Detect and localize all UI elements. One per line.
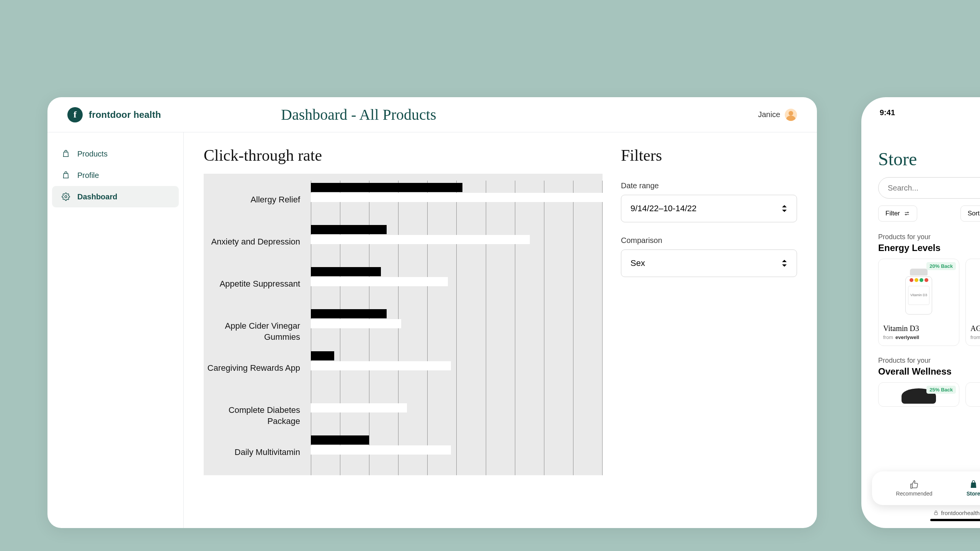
date-range-label: Date range [621, 181, 797, 190]
bars-zone [311, 349, 603, 391]
chart-row: Caregiving Rewards App [204, 349, 603, 391]
product-card[interactable]: 25% Back [878, 382, 959, 407]
thumb-icon [910, 480, 919, 489]
bag-icon [969, 480, 978, 489]
svg-rect-6 [934, 512, 938, 515]
home-indicator[interactable] [930, 519, 980, 521]
ctr-bar-chart: Allergy ReliefAnxiety and DepressionAppe… [204, 174, 603, 475]
gear-icon [61, 192, 70, 201]
bag-icon [61, 149, 70, 158]
bars-zone [311, 433, 603, 475]
product-card[interactable]: 25% Back [965, 382, 980, 407]
lock-icon [933, 510, 939, 515]
bar-series-b [311, 277, 448, 286]
user-chip[interactable]: Janice [758, 109, 797, 121]
comparison-select[interactable]: Sex [621, 249, 797, 277]
sidebar-item-label: Dashboard [77, 192, 117, 201]
bar-series-b [311, 193, 603, 202]
chart-row: Allergy Relief [204, 174, 603, 223]
tab-label: Recommended [896, 491, 933, 497]
section-title: Energy Levels [878, 243, 980, 253]
bars-zone [311, 181, 603, 223]
filters-pane: Filters Date range 9/14/22–10-14/22 Comp… [621, 146, 797, 528]
bar-series-a [311, 435, 369, 445]
bars-zone [311, 307, 603, 349]
chart-category-label: Daily Multivitamin [204, 433, 311, 458]
bar-series-a [311, 267, 381, 276]
bars-zone [311, 223, 603, 265]
status-bar: 9:41 [867, 103, 980, 122]
sort-icon [781, 205, 787, 212]
sort-icon [781, 260, 787, 267]
filter-label: Filter [885, 210, 900, 217]
product-brand: fromeverlywell [883, 334, 954, 340]
search-bar[interactable] [878, 177, 980, 199]
product-name: Vitamin D3 [883, 324, 954, 333]
url-bar[interactable]: frontdoorhealth.com [872, 507, 980, 519]
chart-row: Anxiety and Depression [204, 223, 603, 265]
product-image: Vitamin D3 [883, 263, 954, 320]
chart-category-label: Anxiety and Depression [204, 223, 311, 248]
tab-store[interactable]: Store [967, 480, 980, 497]
sidebar-item-profile[interactable]: Profile [52, 165, 179, 186]
chart-row: Complete Diabetes Package [204, 391, 603, 433]
brand-name: frontdoor health [89, 109, 161, 120]
product-card-vitamin-d3[interactable]: 20% Back Vitamin D3 Vitamin D3 fromeverl… [878, 259, 959, 346]
bag-icon [61, 171, 70, 180]
svg-point-0 [65, 196, 67, 198]
section-kicker: Products for your [878, 233, 980, 241]
chart-category-label: Appetite Suppressant [204, 265, 311, 290]
product-row-energy[interactable]: 20% Back Vitamin D3 Vitamin D3 fromeverl… [878, 259, 980, 346]
section-title: Overall Wellness [878, 366, 980, 377]
product-name: AG1 [970, 324, 980, 333]
tab-label: Store [967, 491, 980, 497]
sidebar-item-products[interactable]: Products [52, 143, 179, 165]
product-card-ag1[interactable]: 15% Back AG1 AG1 fromathletic greens [965, 259, 980, 346]
dashboard-window: f frontdoor health Dashboard - All Produ… [47, 97, 817, 528]
chart-row: Appetite Suppressant [204, 265, 603, 307]
sidebar: Products Profile Dashboard [47, 132, 184, 528]
bar-series-a [311, 351, 334, 360]
tab-bar: Recommended Store Profile [872, 471, 980, 505]
bar-series-a [311, 225, 387, 234]
user-name: Janice [758, 110, 780, 119]
tab-recommended[interactable]: Recommended [896, 480, 933, 497]
filter-button[interactable]: Filter [878, 205, 917, 222]
bar-series-b [311, 445, 451, 455]
bar-series-b [311, 361, 451, 370]
bars-zone [311, 265, 603, 307]
sort-label: Sort by recommended [968, 210, 980, 217]
store-title: Store [878, 148, 980, 170]
page-title: Dashboard - All Products [281, 106, 436, 124]
sidebar-item-dashboard[interactable]: Dashboard [52, 186, 179, 207]
url-text: frontdoorhealth.com [941, 510, 980, 516]
chart-pane: Click-through rate Allergy ReliefAnxiety… [204, 146, 603, 528]
sliders-icon [904, 210, 910, 217]
filters-title: Filters [621, 146, 797, 165]
bar-series-a [311, 183, 462, 192]
bar-series-b [311, 235, 530, 244]
status-time: 9:41 [880, 108, 895, 117]
bar-series-b [311, 403, 407, 412]
chart-category-label: Caregiving Rewards App [204, 349, 311, 374]
avatar-icon [785, 109, 797, 121]
chart-category-label: Complete Diabetes Package [204, 391, 311, 427]
product-image: AG1 [970, 263, 980, 320]
bar-series-b [311, 319, 401, 328]
sidebar-item-label: Profile [77, 171, 99, 180]
phone-header: Janice [867, 122, 980, 146]
sort-button[interactable]: Sort by recommended [960, 205, 980, 222]
search-input[interactable] [888, 184, 980, 192]
cashback-badge: 25% Back [926, 386, 956, 394]
date-range-select[interactable]: 9/14/22–10-14/22 [621, 195, 797, 222]
chart-row: Daily Multivitamin [204, 433, 603, 475]
chart-row: Apple Cider Vinegar Gummies [204, 307, 603, 349]
logo-icon: f [67, 107, 83, 122]
section-kicker: Products for your [878, 357, 980, 365]
comparison-value: Sex [630, 258, 645, 268]
svg-point-4 [905, 214, 906, 215]
bar-series-a [311, 309, 387, 318]
svg-point-3 [907, 212, 908, 213]
product-row-wellness[interactable]: 25% Back 25% Back [878, 382, 980, 407]
chart-category-label: Allergy Relief [204, 181, 311, 205]
